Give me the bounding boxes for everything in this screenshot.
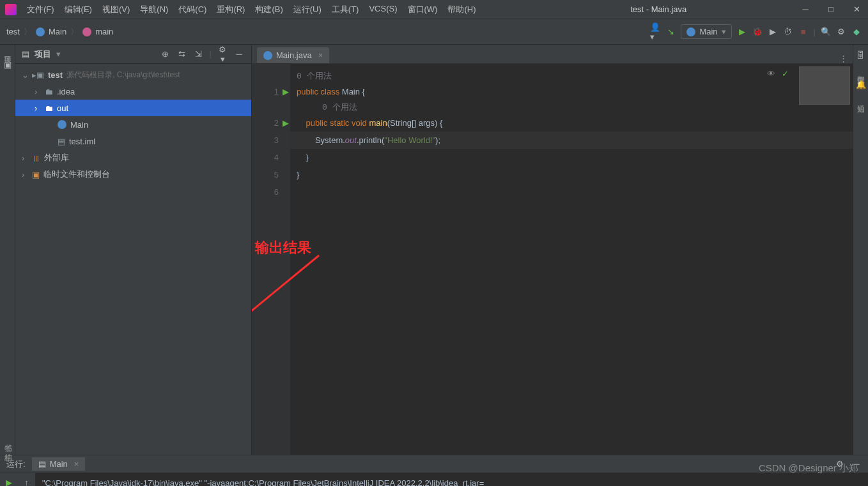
menu-build[interactable]: 构建(B)	[251, 3, 286, 17]
menu-vcs[interactable]: VCS(S)	[365, 3, 401, 17]
console-cmd-line: "C:\Program Files\Java\jdk-17\bin\java.e…	[42, 478, 862, 486]
line-number[interactable]: 5	[252, 166, 290, 183]
panel-settings-icon[interactable]: ⚙ ▾	[217, 45, 228, 64]
codewithme-icon[interactable]: ◆	[851, 27, 862, 37]
console-output[interactable]: "C:\Program Files\Java\jdk-17\bin\java.e…	[36, 473, 868, 486]
run-panel-title: 运行:	[6, 459, 26, 470]
class-icon	[263, 51, 272, 60]
menu-run[interactable]: 运行(U)	[290, 3, 325, 17]
settings-icon[interactable]: ⚙	[836, 27, 846, 37]
tree-iml-file[interactable]: ▤ test.iml	[15, 133, 251, 149]
stop-icon[interactable]: ■	[798, 27, 809, 37]
tree-out-folder[interactable]: ›🖿 out	[15, 100, 251, 116]
line-number[interactable]: 1▶	[252, 83, 290, 100]
project-panel-title: 项目	[35, 49, 51, 60]
right-tool-strip: 🗄 数据库 🔔 通知	[853, 45, 868, 455]
tree-main-class[interactable]: Main	[15, 116, 251, 133]
tree-root-path: 源代码根目录, C:\java\git\test\test	[66, 70, 180, 80]
minimize-icon[interactable]: ─	[799, 4, 812, 14]
tree-scratches[interactable]: ›▣ 临时文件和控制台	[15, 166, 251, 183]
bell-icon[interactable]: 🔔	[856, 79, 866, 89]
tree-item-label: 外部库	[44, 152, 69, 163]
tree-root[interactable]: ⌄▸▣ test 源代码根目录, C:\java\git\test\test	[15, 66, 251, 83]
title-bar: 文件(F) 编辑(E) 视图(V) 导航(N) 代码(C) 重构(R) 构建(B…	[0, 0, 868, 19]
breadcrumb-method[interactable]: main	[95, 27, 113, 36]
tab-icon: ▤	[38, 459, 46, 469]
folder-icon[interactable]: ▣	[3, 59, 13, 70]
maximize-icon[interactable]: □	[825, 4, 837, 14]
tab-close-icon[interactable]: ×	[74, 459, 79, 469]
search-icon[interactable]: 🔍	[821, 27, 831, 37]
editor-tab-main[interactable]: Main.java ×	[257, 47, 329, 63]
menu-code[interactable]: 代码(C)	[174, 3, 210, 17]
hide-panel-icon[interactable]: ─	[233, 49, 245, 59]
user-icon[interactable]: 👤▾	[650, 27, 660, 37]
tree-external-libs[interactable]: ›⫼ 外部库	[15, 149, 251, 166]
menu-help[interactable]: 帮助(H)	[444, 3, 479, 17]
select-opened-icon[interactable]: ⊕	[160, 49, 171, 59]
menu-file[interactable]: 文件(F)	[23, 3, 58, 17]
class-icon	[58, 120, 66, 129]
usage-hint[interactable]: 0 个用法	[290, 100, 853, 114]
code-content[interactable]: 0 个用法 public class Main { 0 个用法 public s…	[290, 64, 853, 455]
menu-tools[interactable]: 工具(T)	[328, 3, 363, 17]
build-icon[interactable]: ↘	[665, 27, 676, 37]
run-tab-label: Main	[50, 459, 68, 469]
menu-nav[interactable]: 导航(N)	[136, 3, 172, 17]
run-tab[interactable]: ▤ Main ×	[32, 457, 86, 471]
run-tool-window: 运行: ▤ Main × ⚙ ─ ▶ 🔧 ■ » ↑ ↓ ⇥ ⤓ "C:\Pro…	[0, 455, 868, 486]
reader-mode-icon[interactable]: 👁	[767, 69, 775, 79]
editor: Main.java × ⋮ 1▶ 2▶ 3 4 5 6 0 个用法 public…	[252, 45, 853, 455]
expand-icon[interactable]: ⇆	[176, 49, 188, 59]
method-icon	[82, 27, 91, 36]
close-icon[interactable]: ✕	[850, 4, 863, 14]
no-problems-icon[interactable]: ✓	[782, 69, 789, 79]
tree-item-label: test.iml	[69, 137, 95, 146]
run-icon[interactable]: ▶	[737, 27, 747, 37]
line-number[interactable]: 2▶	[252, 114, 290, 132]
tree-item-label: Main	[70, 120, 88, 130]
gutter: 1▶ 2▶ 3 4 5 6	[252, 64, 290, 455]
window-title: test - Main.java	[479, 4, 799, 14]
collapse-icon[interactable]: ⇲	[193, 49, 205, 59]
menu-window[interactable]: 窗口(W)	[404, 3, 442, 17]
tree-item-label: .idea	[57, 87, 75, 96]
tree-item-label: out	[57, 103, 68, 113]
main-menu: 文件(F) 编辑(E) 视图(V) 导航(N) 代码(C) 重构(R) 构建(B…	[23, 3, 479, 17]
project-view-icon: ▤	[22, 49, 29, 59]
minimap[interactable]	[799, 66, 850, 105]
menu-view[interactable]: 视图(V)	[98, 3, 134, 17]
tabs-more-icon[interactable]: ⋮	[834, 54, 853, 63]
project-panel: ▤ 项目 ▾ ⊕ ⇆ ⇲ | ⚙ ▾ ─ ⌄▸▣ test 源代码根目录, C:…	[15, 45, 252, 455]
coverage-icon[interactable]: ▶	[768, 27, 778, 37]
line-number[interactable]: 6	[252, 183, 290, 201]
run-config-name: Main	[699, 27, 717, 36]
tab-close-icon[interactable]: ×	[318, 50, 323, 60]
tab-label: Main.java	[276, 50, 312, 60]
breadcrumb-project[interactable]: test	[6, 27, 20, 36]
tree-root-label: test	[48, 70, 63, 80]
rerun-icon[interactable]: ▶	[4, 477, 14, 486]
tree-item-label: 临时文件和控制台	[43, 169, 110, 180]
navigation-bar: test 〉 Main 〉 main 👤▾ ↘ Main ▾ ▶ 🐞 ▶ ⏱ ■…	[0, 19, 868, 45]
database-icon[interactable]: 🗄	[856, 50, 866, 60]
left-tool-strip: 项目 ▣	[0, 45, 15, 455]
up-icon[interactable]: ↑	[22, 477, 32, 486]
breadcrumb-class[interactable]: Main	[49, 27, 66, 36]
class-icon	[686, 27, 695, 36]
debug-icon[interactable]: 🐞	[752, 27, 763, 37]
watermark: CSDN @Designer 小郑	[759, 462, 858, 475]
menu-edit[interactable]: 编辑(E)	[61, 3, 96, 17]
run-config-selector[interactable]: Main ▾	[681, 24, 731, 39]
class-icon	[36, 27, 45, 36]
run-gutter-icon[interactable]: ▶	[283, 87, 289, 96]
ide-logo-icon	[5, 4, 17, 15]
menu-refactor[interactable]: 重构(R)	[213, 3, 249, 17]
tree-idea-folder[interactable]: ›🖿 .idea	[15, 83, 251, 100]
run-gutter-icon[interactable]: ▶	[283, 118, 289, 128]
line-number[interactable]: 4	[252, 149, 290, 166]
line-number[interactable]: 3	[252, 132, 290, 149]
profile-icon[interactable]: ⏱	[783, 27, 793, 37]
